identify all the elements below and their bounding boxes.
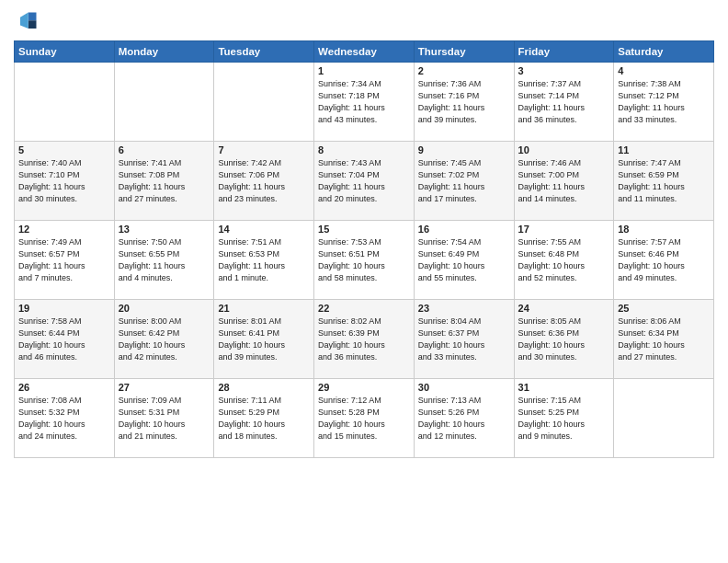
calendar-cell: 16Sunrise: 7:54 AM Sunset: 6:49 PM Dayli… <box>414 221 514 300</box>
day-info: Sunrise: 8:04 AM Sunset: 6:37 PM Dayligh… <box>418 316 510 363</box>
day-number: 23 <box>418 303 510 314</box>
day-number: 28 <box>218 382 310 393</box>
calendar-cell <box>214 63 314 142</box>
day-number: 18 <box>618 224 710 235</box>
day-info: Sunrise: 7:41 AM Sunset: 7:08 PM Dayligh… <box>119 157 210 205</box>
day-number: 30 <box>418 382 510 393</box>
calendar-cell: 28Sunrise: 7:11 AM Sunset: 5:29 PM Dayli… <box>214 379 314 458</box>
day-info: Sunrise: 7:11 AM Sunset: 5:29 PM Dayligh… <box>218 395 310 442</box>
day-number: 13 <box>119 224 210 235</box>
calendar-cell: 1Sunrise: 7:34 AM Sunset: 7:18 PM Daylig… <box>314 63 415 142</box>
day-info: Sunrise: 7:57 AM Sunset: 6:46 PM Dayligh… <box>618 236 710 284</box>
day-number: 8 <box>318 144 410 155</box>
day-info: Sunrise: 8:06 AM Sunset: 6:34 PM Dayligh… <box>618 316 710 363</box>
weekday-header-sunday: Sunday <box>15 41 115 63</box>
calendar-cell: 3Sunrise: 7:37 AM Sunset: 7:14 PM Daylig… <box>514 63 614 142</box>
day-info: Sunrise: 7:34 AM Sunset: 7:18 PM Dayligh… <box>318 78 410 126</box>
day-number: 26 <box>18 382 110 393</box>
day-number: 20 <box>119 303 210 314</box>
day-info: Sunrise: 7:38 AM Sunset: 7:12 PM Dayligh… <box>618 78 710 126</box>
day-number: 22 <box>318 303 410 314</box>
svg-marker-1 <box>28 20 37 29</box>
day-number: 5 <box>18 144 110 155</box>
calendar-cell: 2Sunrise: 7:36 AM Sunset: 7:16 PM Daylig… <box>414 63 514 142</box>
day-info: Sunrise: 7:36 AM Sunset: 7:16 PM Dayligh… <box>418 78 510 126</box>
day-number: 7 <box>218 144 310 155</box>
week-row-5: 26Sunrise: 7:08 AM Sunset: 5:32 PM Dayli… <box>15 379 714 458</box>
day-info: Sunrise: 7:51 AM Sunset: 6:53 PM Dayligh… <box>218 236 310 284</box>
calendar-cell: 4Sunrise: 7:38 AM Sunset: 7:12 PM Daylig… <box>614 63 714 142</box>
day-number: 15 <box>318 224 410 235</box>
calendar-cell: 23Sunrise: 8:04 AM Sunset: 6:37 PM Dayli… <box>414 300 514 379</box>
page: SundayMondayTuesdayWednesdayThursdayFrid… <box>0 0 728 563</box>
calendar-cell: 17Sunrise: 7:55 AM Sunset: 6:48 PM Dayli… <box>514 221 614 300</box>
day-info: Sunrise: 7:53 AM Sunset: 6:51 PM Dayligh… <box>318 236 410 284</box>
day-number: 19 <box>18 303 110 314</box>
svg-marker-2 <box>20 13 28 29</box>
day-info: Sunrise: 7:42 AM Sunset: 7:06 PM Dayligh… <box>218 157 310 205</box>
calendar-table: SundayMondayTuesdayWednesdayThursdayFrid… <box>14 40 714 458</box>
day-info: Sunrise: 7:46 AM Sunset: 7:00 PM Dayligh… <box>518 157 610 205</box>
calendar-cell: 31Sunrise: 7:15 AM Sunset: 5:25 PM Dayli… <box>514 379 614 458</box>
calendar-cell: 12Sunrise: 7:49 AM Sunset: 6:57 PM Dayli… <box>15 221 115 300</box>
day-number: 27 <box>119 382 210 393</box>
day-number: 25 <box>618 303 710 314</box>
day-number: 17 <box>518 224 610 235</box>
day-number: 12 <box>18 224 110 235</box>
day-info: Sunrise: 7:49 AM Sunset: 6:57 PM Dayligh… <box>18 236 110 284</box>
day-info: Sunrise: 8:02 AM Sunset: 6:39 PM Dayligh… <box>318 316 410 363</box>
logo <box>14 9 43 35</box>
calendar-cell: 24Sunrise: 8:05 AM Sunset: 6:36 PM Dayli… <box>514 300 614 379</box>
week-row-2: 5Sunrise: 7:40 AM Sunset: 7:10 PM Daylig… <box>15 142 714 221</box>
calendar-cell: 11Sunrise: 7:47 AM Sunset: 6:59 PM Dayli… <box>614 142 714 221</box>
day-info: Sunrise: 7:55 AM Sunset: 6:48 PM Dayligh… <box>518 236 610 284</box>
calendar-cell: 10Sunrise: 7:46 AM Sunset: 7:00 PM Dayli… <box>514 142 614 221</box>
day-info: Sunrise: 7:37 AM Sunset: 7:14 PM Dayligh… <box>518 78 610 126</box>
weekday-header-row: SundayMondayTuesdayWednesdayThursdayFrid… <box>15 41 714 63</box>
calendar-cell: 30Sunrise: 7:13 AM Sunset: 5:26 PM Dayli… <box>414 379 514 458</box>
week-row-4: 19Sunrise: 7:58 AM Sunset: 6:44 PM Dayli… <box>15 300 714 379</box>
calendar-cell: 26Sunrise: 7:08 AM Sunset: 5:32 PM Dayli… <box>15 379 115 458</box>
day-number: 24 <box>518 303 610 314</box>
calendar-cell: 13Sunrise: 7:50 AM Sunset: 6:55 PM Dayli… <box>114 221 214 300</box>
calendar-cell: 8Sunrise: 7:43 AM Sunset: 7:04 PM Daylig… <box>314 142 415 221</box>
day-number: 2 <box>418 65 510 76</box>
calendar-cell: 22Sunrise: 8:02 AM Sunset: 6:39 PM Dayli… <box>314 300 415 379</box>
weekday-header-tuesday: Tuesday <box>214 41 314 63</box>
day-number: 16 <box>418 224 510 235</box>
day-info: Sunrise: 7:54 AM Sunset: 6:49 PM Dayligh… <box>418 236 510 284</box>
day-info: Sunrise: 7:43 AM Sunset: 7:04 PM Dayligh… <box>318 157 410 205</box>
calendar-cell: 21Sunrise: 8:01 AM Sunset: 6:41 PM Dayli… <box>214 300 314 379</box>
day-info: Sunrise: 7:15 AM Sunset: 5:25 PM Dayligh… <box>518 395 610 442</box>
calendar-cell <box>114 63 214 142</box>
day-number: 21 <box>218 303 310 314</box>
calendar-cell: 25Sunrise: 8:06 AM Sunset: 6:34 PM Dayli… <box>614 300 714 379</box>
weekday-header-saturday: Saturday <box>614 41 714 63</box>
weekday-header-friday: Friday <box>514 41 614 63</box>
day-info: Sunrise: 8:05 AM Sunset: 6:36 PM Dayligh… <box>518 316 610 363</box>
calendar-cell: 29Sunrise: 7:12 AM Sunset: 5:28 PM Dayli… <box>314 379 415 458</box>
day-number: 6 <box>119 144 210 155</box>
calendar-cell: 18Sunrise: 7:57 AM Sunset: 6:46 PM Dayli… <box>614 221 714 300</box>
logo-icon <box>14 9 40 35</box>
weekday-header-thursday: Thursday <box>414 41 514 63</box>
day-info: Sunrise: 7:12 AM Sunset: 5:28 PM Dayligh… <box>318 395 410 442</box>
calendar-cell: 15Sunrise: 7:53 AM Sunset: 6:51 PM Dayli… <box>314 221 415 300</box>
calendar-cell: 27Sunrise: 7:09 AM Sunset: 5:31 PM Dayli… <box>114 379 214 458</box>
weekday-header-wednesday: Wednesday <box>314 41 415 63</box>
calendar-cell: 19Sunrise: 7:58 AM Sunset: 6:44 PM Dayli… <box>15 300 115 379</box>
header <box>14 9 714 35</box>
day-number: 29 <box>318 382 410 393</box>
day-info: Sunrise: 7:09 AM Sunset: 5:31 PM Dayligh… <box>119 395 210 442</box>
calendar-cell: 20Sunrise: 8:00 AM Sunset: 6:42 PM Dayli… <box>114 300 214 379</box>
week-row-1: 1Sunrise: 7:34 AM Sunset: 7:18 PM Daylig… <box>15 63 714 142</box>
calendar-cell <box>15 63 115 142</box>
day-info: Sunrise: 7:47 AM Sunset: 6:59 PM Dayligh… <box>618 157 710 205</box>
day-info: Sunrise: 8:00 AM Sunset: 6:42 PM Dayligh… <box>119 316 210 363</box>
calendar-cell: 5Sunrise: 7:40 AM Sunset: 7:10 PM Daylig… <box>15 142 115 221</box>
week-row-3: 12Sunrise: 7:49 AM Sunset: 6:57 PM Dayli… <box>15 221 714 300</box>
day-info: Sunrise: 7:45 AM Sunset: 7:02 PM Dayligh… <box>418 157 510 205</box>
day-number: 1 <box>318 65 410 76</box>
day-info: Sunrise: 7:08 AM Sunset: 5:32 PM Dayligh… <box>18 395 110 442</box>
day-info: Sunrise: 7:58 AM Sunset: 6:44 PM Dayligh… <box>18 316 110 363</box>
